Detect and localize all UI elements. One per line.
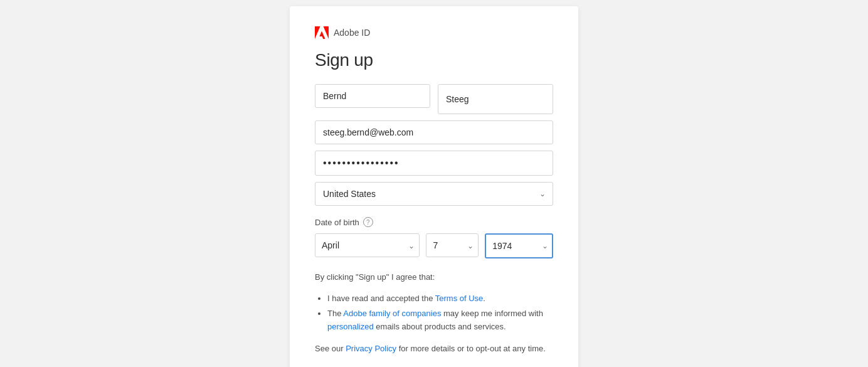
country-select-wrapper: United States United Kingdom Germany Fra… — [315, 182, 553, 206]
adobe-header: Adobe ID — [315, 26, 553, 39]
dob-label: Date of birth — [315, 218, 359, 227]
name-row — [315, 84, 553, 114]
agreement-item2-pre: The — [327, 309, 343, 318]
dob-year-select[interactable]: 1974 197519731970198019902000 — [485, 233, 553, 258]
dob-selects: January February March April May June Ju… — [315, 233, 553, 258]
dob-label-row: Date of birth ? — [315, 217, 553, 227]
dob-month-wrapper: January February March April May June Ju… — [315, 233, 420, 258]
agreement-intro: By clicking "Sign up" I agree that: — [315, 271, 553, 284]
agreement-item-1: I have read and accepted the Terms of Us… — [327, 292, 553, 306]
privacy-pre: See our — [315, 344, 346, 353]
dob-day-select[interactable]: 12345 678910 1112131415 1617181920 21222… — [426, 233, 479, 257]
privacy-policy-link[interactable]: Privacy Policy — [346, 344, 396, 353]
privacy-text: See our Privacy Policy for more details … — [315, 343, 553, 355]
last-name-input[interactable] — [438, 84, 553, 114]
personalized-link[interactable]: personalized — [327, 322, 374, 331]
dob-day-wrapper: 12345 678910 1112131415 1617181920 21222… — [426, 233, 479, 258]
adobe-family-link[interactable]: Adobe family of companies — [343, 309, 441, 318]
agreement-list: I have read and accepted the Terms of Us… — [315, 292, 553, 334]
form-card: Adobe ID Sign up United States United Ki… — [290, 6, 578, 367]
terms-of-use-link[interactable]: Terms of Use — [435, 294, 484, 303]
email-input[interactable] — [315, 120, 553, 144]
agreement-item2-mid: may keep me informed with — [441, 309, 543, 318]
agreement-item1-pre: I have read and accepted the — [327, 294, 435, 303]
page-container: Adobe ID Sign up United States United Ki… — [0, 0, 868, 367]
dob-help-icon[interactable]: ? — [363, 217, 373, 227]
dob-section: Date of birth ? January February March A… — [315, 217, 553, 258]
dob-month-select[interactable]: January February March April May June Ju… — [315, 233, 420, 257]
password-input[interactable] — [315, 151, 553, 176]
dob-year-wrapper: 1974 197519731970198019902000 ⌄ — [485, 233, 553, 258]
country-select[interactable]: United States United Kingdom Germany Fra… — [315, 182, 553, 206]
first-name-input[interactable] — [315, 84, 430, 108]
agreement-item-2: The Adobe family of companies may keep m… — [327, 307, 553, 334]
privacy-post: for more details or to opt-out at any ti… — [396, 344, 546, 353]
adobe-logo-icon — [315, 26, 329, 39]
adobe-id-label: Adobe ID — [334, 28, 370, 38]
page-title: Sign up — [315, 50, 553, 70]
agreement-item1-post: . — [483, 294, 485, 303]
agreement-item2-post: emails about products and services. — [374, 322, 506, 331]
